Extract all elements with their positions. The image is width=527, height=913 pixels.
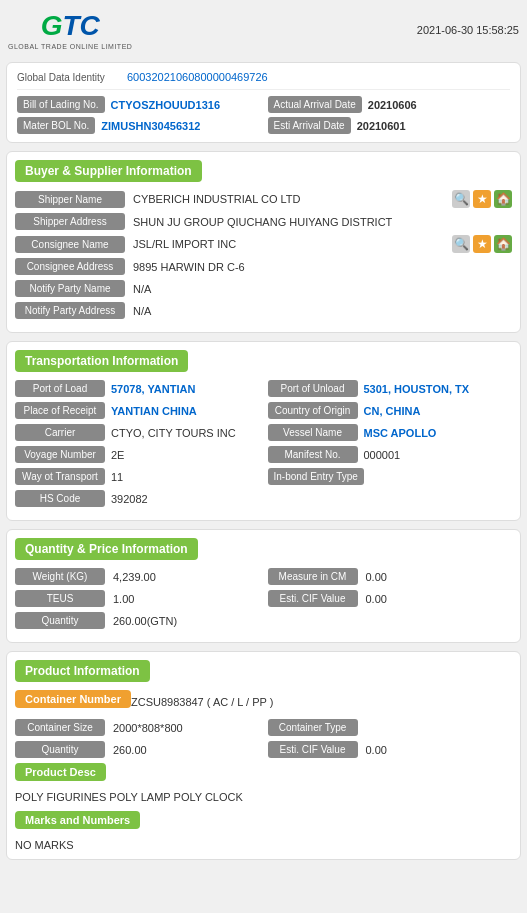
- country-of-origin-label: Country of Origin: [268, 402, 358, 419]
- esti-cif-label: Esti. CIF Value: [268, 590, 358, 607]
- consignee-address-value: 9895 HARWIN DR C-6: [133, 261, 512, 273]
- place-of-receipt-row: Place of Receipt YANTIAN CHINA: [15, 402, 260, 419]
- marks-value: NO MARKS: [15, 839, 512, 851]
- measure-label: Measure in CM: [268, 568, 358, 585]
- shipper-search-icon[interactable]: 🔍: [452, 190, 470, 208]
- transport-row-2: Place of Receipt YANTIAN CHINA Country o…: [15, 402, 512, 424]
- manifest-value: 000001: [364, 449, 401, 461]
- buyer-supplier-card: Buyer & Supplier Information Shipper Nam…: [6, 151, 521, 333]
- shipper-home-icon[interactable]: 🏠: [494, 190, 512, 208]
- place-of-receipt-value: YANTIAN CHINA: [111, 405, 197, 417]
- voyage-number-value: 2E: [111, 449, 124, 461]
- notify-party-name-label: Notify Party Name: [15, 280, 125, 297]
- quantity-row: Quantity 260.00(GTN): [15, 612, 512, 629]
- product-quantity-value: 260.00: [113, 744, 147, 756]
- marks-button[interactable]: Marks and Numbers: [15, 811, 140, 829]
- logo-subtitle: GLOBAL TRADE ONLINE LIMITED: [8, 43, 132, 50]
- timestamp: 2021-06-30 15:58:25: [417, 24, 519, 36]
- actual-arrival-item: Actual Arrival Date 20210606: [268, 96, 511, 113]
- shipper-icons: 🔍 ★ 🏠: [452, 190, 512, 208]
- port-of-unload-value: 5301, HOUSTON, TX: [364, 383, 470, 395]
- actual-arrival-value: 20210606: [368, 99, 417, 111]
- notify-party-name-row: Notify Party Name N/A: [15, 280, 512, 297]
- in-bond-label: In-bond Entry Type: [268, 468, 364, 485]
- quantity-label: Quantity: [15, 612, 105, 629]
- way-of-transport-value: 11: [111, 471, 123, 483]
- place-of-receipt-label: Place of Receipt: [15, 402, 105, 419]
- weight-row: Weight (KG) 4,239.00: [15, 568, 260, 585]
- teus-label: TEUS: [15, 590, 105, 607]
- product-desc-button[interactable]: Product Desc: [15, 763, 106, 781]
- consignee-name-label: Consignee Name: [15, 236, 125, 253]
- shipper-name-row: Shipper Name CYBERICH INDUSTRIAL CO LTD …: [15, 190, 512, 208]
- consignee-name-row: Consignee Name JSL/RL IMPORT INC 🔍 ★ 🏠: [15, 235, 512, 253]
- container-number-label[interactable]: Container Number: [15, 690, 131, 708]
- quantity-title: Quantity & Price Information: [15, 538, 198, 560]
- consignee-home-icon[interactable]: 🏠: [494, 235, 512, 253]
- port-of-unload-row: Port of Unload 5301, HOUSTON, TX: [268, 380, 513, 397]
- mater-bol-label: Mater BOL No.: [17, 117, 95, 134]
- container-number-row: Container Number ZCSU8983847 ( AC / L / …: [15, 690, 512, 714]
- esti-arrival-label: Esti Arrival Date: [268, 117, 351, 134]
- container-size-row: Container Size 2000*808*800: [15, 719, 260, 736]
- teus-value: 1.00: [113, 593, 134, 605]
- global-identity-card: Global Data Identity 6003202106080000046…: [6, 62, 521, 143]
- esti-arrival-value: 20210601: [357, 120, 406, 132]
- way-of-transport-row: Way ot Transport 11: [15, 468, 260, 485]
- consignee-name-value: JSL/RL IMPORT INC: [133, 238, 452, 250]
- measure-value: 0.00: [366, 571, 387, 583]
- hs-code-value: 392082: [111, 493, 148, 505]
- shipper-name-value: CYBERICH INDUSTRIAL CO LTD: [133, 193, 452, 205]
- transportation-card: Transportation Information Port of Load …: [6, 341, 521, 521]
- port-of-unload-label: Port of Unload: [268, 380, 358, 397]
- bill-of-lading-item: Bill of Lading No. CTYOSZHOUUD1316: [17, 96, 260, 113]
- buyer-supplier-title: Buyer & Supplier Information: [15, 160, 202, 182]
- container-size-label: Container Size: [15, 719, 105, 736]
- consignee-address-row: Consignee Address 9895 HARWIN DR C-6: [15, 258, 512, 275]
- notify-party-name-value: N/A: [133, 283, 512, 295]
- esti-cif-value: 0.00: [366, 593, 387, 605]
- mater-bol-value: ZIMUSHN30456312: [101, 120, 200, 132]
- port-of-load-label: Port of Load: [15, 380, 105, 397]
- transport-row-4: Voyage Number 2E Manifest No. 000001: [15, 446, 512, 468]
- country-of-origin-value: CN, CHINA: [364, 405, 421, 417]
- logo: G TC GLOBAL TRADE ONLINE LIMITED: [8, 10, 132, 50]
- notify-party-address-label: Notify Party Address: [15, 302, 125, 319]
- measure-row: Measure in CM 0.00: [268, 568, 513, 585]
- bol-row-1: Bill of Lading No. CTYOSZHOUUD1316 Actua…: [17, 96, 510, 113]
- carrier-label: Carrier: [15, 424, 105, 441]
- product-esti-cif-value: 0.00: [366, 744, 387, 756]
- notify-party-address-value: N/A: [133, 305, 512, 317]
- esti-cif-row: Esti. CIF Value 0.00: [268, 590, 513, 607]
- carrier-row: Carrier CTYO, CITY TOURS INC: [15, 424, 260, 441]
- port-of-load-value: 57078, YANTIAN: [111, 383, 195, 395]
- transportation-title: Transportation Information: [15, 350, 188, 372]
- manifest-row: Manifest No. 000001: [268, 446, 513, 463]
- vessel-name-label: Vessel Name: [268, 424, 358, 441]
- consignee-search-icon[interactable]: 🔍: [452, 235, 470, 253]
- in-bond-row: In-bond Entry Type: [268, 468, 513, 485]
- teus-row: TEUS 1.00: [15, 590, 260, 607]
- shipper-address-label: Shipper Address: [15, 213, 125, 230]
- page-wrapper: G TC GLOBAL TRADE ONLINE LIMITED 2021-06…: [0, 0, 527, 874]
- bill-of-lading-label: Bill of Lading No.: [17, 96, 105, 113]
- container-type-row: Container Type: [268, 719, 513, 736]
- logo-g: G: [41, 10, 63, 42]
- product-quantity-row: Quantity 260.00: [15, 741, 260, 758]
- vessel-name-value: MSC APOLLO: [364, 427, 437, 439]
- shipper-address-row: Shipper Address SHUN JU GROUP QIUCHANG H…: [15, 213, 512, 230]
- country-of-origin-row: Country of Origin CN, CHINA: [268, 402, 513, 419]
- consignee-address-label: Consignee Address: [15, 258, 125, 275]
- shipper-star-icon[interactable]: ★: [473, 190, 491, 208]
- quantity-card: Quantity & Price Information Weight (KG)…: [6, 529, 521, 643]
- product-title: Product Information: [15, 660, 150, 682]
- container-number-value: ZCSU8983847 ( AC / L / PP ): [131, 696, 273, 708]
- product-desc-value: POLY FIGURINES POLY LAMP POLY CLOCK: [15, 791, 512, 803]
- weight-label: Weight (KG): [15, 568, 105, 585]
- consignee-star-icon[interactable]: ★: [473, 235, 491, 253]
- logo-tc: TC: [62, 10, 99, 42]
- bill-of-lading-value: CTYOSZHOUUD1316: [111, 99, 220, 111]
- product-esti-cif-row: Esti. CIF Value 0.00: [268, 741, 513, 758]
- qty-row-2: TEUS 1.00 Esti. CIF Value 0.00: [15, 590, 512, 612]
- bol-row-2: Mater BOL No. ZIMUSHN30456312 Esti Arriv…: [17, 117, 510, 134]
